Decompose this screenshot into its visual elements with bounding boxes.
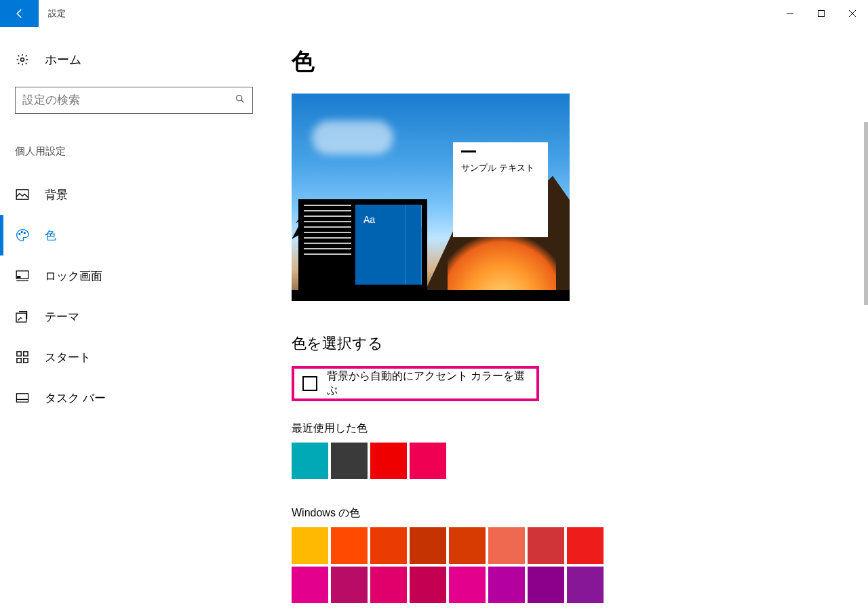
color-swatch[interactable] bbox=[292, 527, 328, 564]
sidebar-item-label: ロック画面 bbox=[45, 268, 102, 284]
color-swatch[interactable] bbox=[370, 443, 407, 479]
sidebar-item-background[interactable]: 背景 bbox=[15, 174, 253, 215]
color-swatch[interactable] bbox=[370, 567, 407, 603]
search-icon bbox=[235, 94, 245, 107]
pen-frame-icon bbox=[15, 310, 30, 323]
svg-point-8 bbox=[24, 232, 25, 234]
svg-point-2 bbox=[21, 58, 24, 62]
home-link[interactable]: ホーム bbox=[15, 52, 253, 68]
recent-colors bbox=[292, 443, 610, 479]
svg-rect-1 bbox=[818, 11, 825, 17]
windows-colors-heading: Windows の色 bbox=[292, 506, 868, 520]
color-swatch[interactable] bbox=[331, 443, 368, 479]
color-swatch[interactable] bbox=[292, 443, 328, 479]
svg-rect-13 bbox=[17, 352, 21, 356]
svg-point-3 bbox=[237, 96, 242, 101]
window-title: 設定 bbox=[39, 7, 66, 20]
palette-icon bbox=[15, 228, 30, 242]
color-swatch[interactable] bbox=[410, 443, 446, 479]
color-swatch[interactable] bbox=[488, 567, 525, 603]
desktop-preview: Aa サンプル テキスト bbox=[292, 94, 570, 301]
sidebar-item-lockscreen[interactable]: ロック画面 bbox=[15, 255, 253, 296]
color-swatch[interactable] bbox=[370, 527, 407, 564]
preview-tile-text: Aa bbox=[363, 214, 375, 225]
color-swatch[interactable] bbox=[449, 527, 486, 564]
sidebar-item-colors[interactable]: 色 bbox=[15, 215, 253, 255]
page-title: 色 bbox=[292, 46, 868, 77]
sidebar-item-themes[interactable]: テーマ bbox=[15, 296, 253, 337]
svg-rect-14 bbox=[24, 352, 28, 356]
monitor-icon bbox=[15, 270, 30, 281]
minimize-button[interactable] bbox=[774, 0, 806, 27]
taskbar-icon bbox=[15, 393, 30, 403]
recent-colors-heading: 最近使用した色 bbox=[292, 422, 868, 436]
svg-rect-17 bbox=[16, 394, 28, 402]
color-swatch[interactable] bbox=[528, 567, 564, 603]
color-swatch[interactable] bbox=[410, 527, 446, 564]
preview-sample-text: サンプル テキスト bbox=[461, 162, 540, 174]
section-label: 個人用設定 bbox=[15, 145, 253, 158]
color-swatch[interactable] bbox=[528, 527, 564, 564]
svg-rect-16 bbox=[24, 359, 28, 363]
sidebar-item-label: 色 bbox=[45, 228, 56, 243]
checkbox-icon[interactable] bbox=[302, 376, 317, 391]
auto-accent-label: 背景から自動的にアクセント カラーを選ぶ bbox=[327, 369, 528, 398]
auto-accent-checkbox-row[interactable]: 背景から自動的にアクセント カラーを選ぶ bbox=[292, 366, 539, 401]
sidebar-item-taskbar[interactable]: タスク バー bbox=[15, 377, 253, 418]
svg-point-6 bbox=[19, 233, 20, 234]
sidebar-item-start[interactable]: スタート bbox=[15, 337, 253, 377]
windows-colors bbox=[292, 527, 610, 603]
color-swatch[interactable] bbox=[331, 567, 368, 603]
svg-rect-10 bbox=[18, 277, 20, 278]
close-button[interactable] bbox=[837, 0, 868, 27]
color-swatch[interactable] bbox=[567, 527, 604, 564]
picture-icon bbox=[15, 189, 30, 200]
back-button[interactable] bbox=[0, 0, 39, 27]
maximize-button[interactable] bbox=[806, 0, 837, 27]
choose-color-heading: 色を選択する bbox=[292, 333, 868, 354]
home-label: ホーム bbox=[45, 52, 81, 68]
svg-line-4 bbox=[241, 100, 244, 103]
color-swatch[interactable] bbox=[567, 567, 604, 603]
color-swatch[interactable] bbox=[331, 527, 368, 564]
sidebar-item-label: タスク バー bbox=[45, 390, 106, 406]
grid-icon bbox=[15, 351, 30, 363]
sidebar-item-label: 背景 bbox=[45, 187, 68, 203]
color-swatch[interactable] bbox=[449, 567, 486, 603]
search-field[interactable] bbox=[22, 94, 235, 107]
svg-rect-15 bbox=[17, 359, 21, 363]
color-swatch[interactable] bbox=[410, 567, 446, 603]
color-swatch[interactable] bbox=[488, 527, 525, 564]
scrollbar-thumb[interactable] bbox=[864, 122, 868, 305]
svg-point-7 bbox=[21, 231, 22, 232]
color-swatch[interactable] bbox=[292, 567, 328, 603]
sidebar-item-label: テーマ bbox=[45, 309, 79, 325]
gear-icon bbox=[15, 53, 30, 66]
scrollbar[interactable] bbox=[864, 27, 868, 614]
search-input[interactable] bbox=[15, 87, 253, 114]
sidebar-item-label: スタート bbox=[45, 350, 91, 365]
